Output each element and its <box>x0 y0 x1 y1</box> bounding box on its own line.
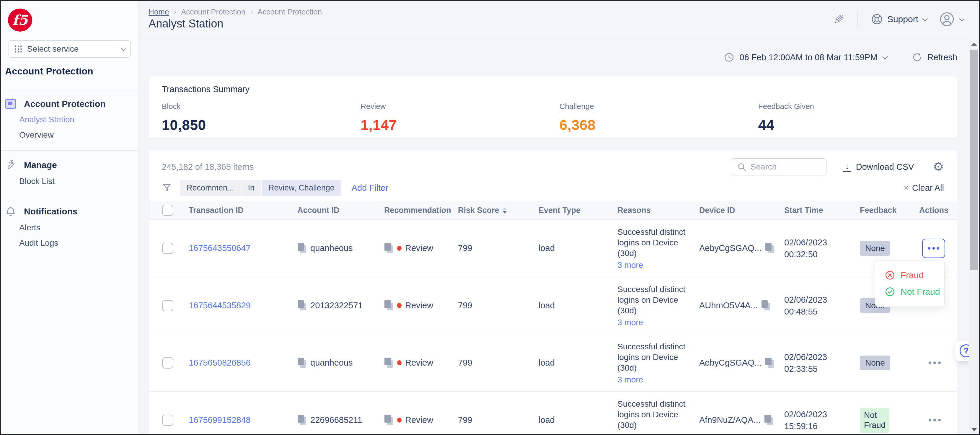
row-actions-button[interactable] <box>929 419 941 421</box>
copy-icon[interactable] <box>384 300 394 311</box>
col-start-time[interactable]: Start Time <box>784 206 860 215</box>
main-content: 06 Feb 12:00AM to 08 Mar 11:59PM Refresh… <box>138 39 969 434</box>
vertical-scrollbar[interactable] <box>969 40 979 434</box>
not-fraud-check-circle-icon <box>885 287 895 297</box>
sidebar-item-audit-logs[interactable]: Audit Logs <box>1 235 138 251</box>
support-menu[interactable]: Support <box>871 13 926 25</box>
menu-item-fraud[interactable]: Fraud <box>875 267 944 284</box>
download-csv-button[interactable]: ↓ Download CSV <box>843 162 914 172</box>
search-icon <box>737 162 746 172</box>
col-feedback[interactable]: Feedback <box>860 206 919 215</box>
more-reasons-link[interactable]: 3 more <box>617 260 643 270</box>
copy-icon[interactable] <box>298 358 307 368</box>
scrollbar-down-arrow[interactable] <box>971 428 977 431</box>
clear-x-icon: × <box>904 183 908 193</box>
funnel-icon <box>162 183 172 193</box>
more-reasons-link[interactable]: 3 more <box>617 375 643 384</box>
sidebar-item-overview[interactable]: Overview <box>1 127 138 143</box>
menu-item-not-fraud[interactable]: Not Fraud <box>875 284 944 300</box>
divider <box>858 11 858 27</box>
sidebar-item-block-list[interactable]: Block List <box>1 174 138 189</box>
filter-value-chip[interactable]: Review, Challenge <box>262 180 341 196</box>
row-checkbox[interactable] <box>162 300 173 311</box>
nav-head-account-protection[interactable]: Account Protection <box>1 95 138 112</box>
col-event-type[interactable]: Event Type <box>539 206 617 215</box>
stat-feedback-given-label[interactable]: Feedback Given <box>758 102 814 112</box>
stat-review-label[interactable]: Review <box>361 102 386 112</box>
device-id: Afn9NuZ/AQA... <box>699 415 760 425</box>
breadcrumb-account-protection[interactable]: Account Protection <box>181 7 245 16</box>
filter-field-chip[interactable]: Recommen... <box>180 180 241 196</box>
device-id: AebyCgSGAQ... <box>699 358 762 368</box>
search-input[interactable] <box>751 162 818 172</box>
transaction-id-link[interactable]: 1675650826856 <box>189 358 251 368</box>
search-box[interactable] <box>732 158 826 175</box>
col-transaction-id[interactable]: Transaction ID <box>189 206 298 215</box>
transaction-id-link[interactable]: 1675644535829 <box>189 301 251 311</box>
reason-text: Successful distinct logins on Device (30… <box>617 341 690 373</box>
nav-head-notifications[interactable]: Notifications <box>1 202 138 220</box>
col-recommendation[interactable]: Recommendation <box>384 206 458 215</box>
row-checkbox[interactable] <box>162 243 173 254</box>
copy-icon[interactable] <box>384 358 394 368</box>
edit-pencil-icon[interactable]: ✎ <box>834 12 845 27</box>
scrollbar-up-arrow[interactable] <box>971 43 977 46</box>
chevron-down-icon <box>959 16 964 21</box>
risk-score: 799 <box>458 301 539 311</box>
col-account-id[interactable]: Account ID <box>298 206 384 215</box>
refresh-button[interactable]: Refresh <box>912 52 957 63</box>
topbar-actions: ✎ Support <box>834 11 963 27</box>
filter-operator-chip[interactable]: In <box>242 180 261 196</box>
event-type: load <box>539 415 617 425</box>
device-id: AUhmO5V4A... <box>699 301 758 311</box>
stat-block-label[interactable]: Block <box>162 102 181 112</box>
stat-challenge-value: 6,368 <box>560 117 758 133</box>
date-range-picker[interactable]: 06 Feb 12:00AM to 08 Mar 11:59PM <box>724 52 887 63</box>
user-menu[interactable] <box>939 11 963 27</box>
select-all-checkbox[interactable] <box>162 205 173 216</box>
stat-challenge-label[interactable]: Challenge <box>560 102 594 112</box>
gear-icon[interactable]: ⚙ <box>933 161 944 173</box>
col-device-id[interactable]: Device ID <box>699 206 784 215</box>
breadcrumb-home[interactable]: Home <box>148 7 169 16</box>
more-reasons-link[interactable]: 3 more <box>617 318 643 327</box>
add-filter-link[interactable]: Add Filter <box>352 183 388 193</box>
copy-icon[interactable] <box>384 415 394 425</box>
row-checkbox[interactable] <box>162 357 173 368</box>
account-protection-icon <box>5 99 16 109</box>
nav-head-manage[interactable]: Manage <box>1 155 138 174</box>
transaction-id-link[interactable]: 1675699152848 <box>189 415 251 425</box>
stat-feedback-given: Feedback Given 44 <box>758 102 957 133</box>
copy-icon[interactable] <box>298 300 307 311</box>
copy-icon[interactable] <box>764 415 773 425</box>
col-risk-score[interactable]: Risk Score <box>458 206 539 215</box>
clear-all-button[interactable]: × Clear All <box>904 183 944 193</box>
copy-icon[interactable] <box>384 243 394 254</box>
row-actions-button-active[interactable] <box>922 239 945 258</box>
feedback-actions-menu: Fraud Not Fraud <box>875 260 945 307</box>
transactions-summary-card: Transactions Summary Block 10,850 Review… <box>148 76 957 139</box>
row-actions-button[interactable] <box>929 362 941 364</box>
col-reasons[interactable]: Reasons <box>617 206 699 215</box>
transaction-id-link[interactable]: 1675643550647 <box>189 243 251 253</box>
copy-icon[interactable] <box>765 243 775 254</box>
row-checkbox[interactable] <box>162 414 173 426</box>
more-reasons-link[interactable]: 3 more <box>617 432 643 435</box>
stat-review: Review 1,147 <box>361 102 559 133</box>
support-lifebuoy-icon <box>871 13 883 25</box>
sort-icon[interactable] <box>502 207 507 214</box>
sidebar-item-alerts[interactable]: Alerts <box>1 220 138 235</box>
copy-icon[interactable] <box>298 243 307 254</box>
analyst-station-screen: f5 Select service Account Protection Acc… <box>0 0 980 435</box>
scrollbar-thumb[interactable] <box>970 49 978 270</box>
copy-icon[interactable] <box>298 415 307 425</box>
event-type: load <box>539 301 617 311</box>
sidebar-item-analyst-station[interactable]: Analyst Station <box>1 112 138 127</box>
review-dot-icon <box>397 246 402 251</box>
copy-icon[interactable] <box>761 300 771 311</box>
copy-icon[interactable] <box>765 358 775 368</box>
date-range-row: 06 Feb 12:00AM to 08 Mar 11:59PM Refresh <box>148 47 957 68</box>
risk-score: 799 <box>458 358 539 368</box>
service-selector-label: Select service <box>27 44 78 54</box>
service-selector[interactable]: Select service <box>9 40 130 57</box>
